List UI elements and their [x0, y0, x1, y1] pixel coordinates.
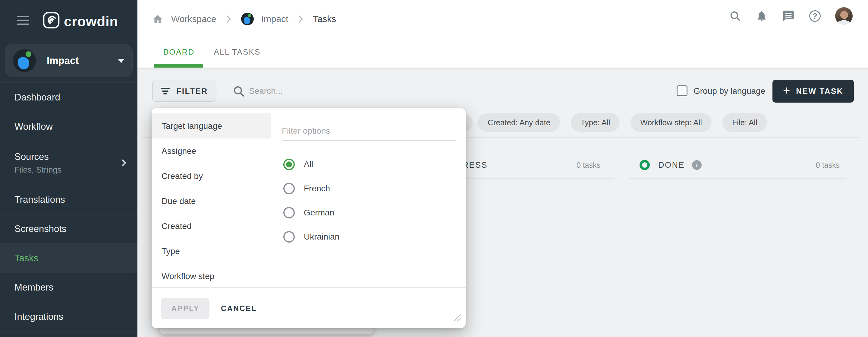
- header-actions: ?: [729, 7, 852, 25]
- tab-all-tasks[interactable]: ALL TASKS: [204, 36, 270, 67]
- filter-button[interactable]: FILTER: [152, 81, 216, 102]
- group-by-language-checkbox[interactable]: [677, 85, 687, 96]
- sidebar-item-screenshots[interactable]: Screenshots: [0, 214, 137, 243]
- column-label: DONE: [658, 161, 685, 170]
- sidebar: crowdin Impact Dashboard Workflow Source…: [0, 0, 137, 337]
- breadcrumb-workspace[interactable]: Workspace: [171, 14, 216, 24]
- project-name: Impact: [47, 55, 79, 66]
- cancel-button[interactable]: CANCEL: [221, 298, 257, 319]
- sidebar-item-label: Members: [14, 282, 137, 293]
- tab-board[interactable]: BOARD: [154, 36, 204, 67]
- filter-popup-footer: APPLY CANCEL: [152, 287, 466, 328]
- question-glyph: ?: [812, 11, 817, 21]
- notifications-bell-icon[interactable]: [755, 10, 768, 22]
- sidebar-menu: Dashboard Workflow Sources Files, String…: [0, 82, 137, 337]
- chip-workflow-step[interactable]: Workflow step: All: [630, 113, 712, 132]
- chip-type[interactable]: Type: All: [571, 113, 620, 132]
- sidebar-item-label: Workflow: [14, 121, 137, 132]
- filter-category-created[interactable]: Created: [152, 214, 271, 238]
- column-task-count: 0 tasks: [816, 161, 840, 170]
- sidebar-item-label: Dashboard: [14, 92, 137, 103]
- sidebar-item-tasks[interactable]: Tasks: [0, 243, 137, 273]
- view-tabs: BOARD ALL TASKS: [154, 36, 270, 67]
- help-icon[interactable]: ?: [809, 10, 821, 22]
- filter-option-all[interactable]: All: [283, 152, 313, 176]
- filter-options-search-input[interactable]: [282, 122, 456, 141]
- home-icon[interactable]: [152, 13, 163, 24]
- chevron-right-icon: [225, 15, 232, 23]
- filter-category-created-by[interactable]: Created by: [152, 164, 271, 189]
- logo-text: crowdin: [64, 13, 118, 30]
- breadcrumb: Workspace Impact Tasks: [152, 9, 336, 29]
- new-task-label: NEW TASK: [796, 87, 843, 96]
- filter-button-label: FILTER: [176, 87, 208, 96]
- chip-created[interactable]: Created: Any date: [478, 113, 560, 132]
- project-selector[interactable]: Impact: [5, 44, 133, 77]
- filter-option-german[interactable]: German: [283, 201, 334, 225]
- sidebar-divider: [0, 331, 137, 337]
- active-tab-indicator: [154, 64, 203, 67]
- radio-label: French: [304, 184, 330, 193]
- resize-handle-icon[interactable]: [453, 313, 461, 324]
- chevron-down-icon: [118, 59, 124, 66]
- filter-category-list: Target language Assignee Created by Due …: [152, 108, 271, 287]
- user-avatar[interactable]: [835, 7, 852, 25]
- search-icon: [232, 85, 245, 99]
- sidebar-item-label: Sources: [14, 151, 137, 162]
- column-task-count: 0 tasks: [577, 161, 600, 170]
- messages-icon[interactable]: [782, 10, 795, 22]
- filter-popup: Target language Assignee Created by Due …: [152, 108, 466, 328]
- radio-selected-icon: [283, 159, 295, 170]
- info-icon[interactable]: i: [692, 160, 702, 170]
- sidebar-item-label: Screenshots: [14, 224, 137, 234]
- filter-category-target-language[interactable]: Target language: [152, 113, 271, 139]
- filter-chips: Created: Any date Type: All Workflow ste…: [478, 113, 767, 132]
- filter-option-french[interactable]: French: [283, 176, 330, 201]
- sidebar-item-label: Integrations: [14, 311, 137, 322]
- radio-icon: [283, 183, 295, 194]
- radio-icon: [283, 207, 295, 219]
- search-input[interactable]: [249, 81, 406, 101]
- filter-category-due-date[interactable]: Due date: [152, 189, 271, 214]
- group-by-language-label: Group by language: [693, 86, 765, 96]
- menu-icon[interactable]: [17, 16, 29, 27]
- plus-icon: +: [783, 84, 790, 96]
- breadcrumb-project[interactable]: Impact: [261, 14, 288, 24]
- filter-category-type[interactable]: Type: [152, 238, 271, 264]
- sidebar-item-integrations[interactable]: Integrations: [0, 302, 137, 331]
- filter-options-panel: All French German Ukrainian: [272, 108, 466, 287]
- status-done-icon: [640, 160, 650, 170]
- search-icon[interactable]: [729, 10, 741, 22]
- apply-button[interactable]: APPLY: [161, 298, 210, 319]
- column-done-header: DONE i 0 tasks: [629, 152, 846, 178]
- project-avatar: [13, 49, 36, 72]
- sidebar-item-label: Translations: [14, 194, 137, 205]
- tasks-board-content: FILTER Group by language + NEW TASK Crea…: [137, 67, 868, 337]
- sidebar-item-label: Tasks: [14, 253, 137, 264]
- breadcrumb-current: Tasks: [313, 14, 336, 24]
- crowdin-logo-icon[interactable]: [42, 11, 60, 30]
- filter-option-ukrainian[interactable]: Ukrainian: [283, 225, 339, 249]
- sidebar-item-dashboard[interactable]: Dashboard: [0, 82, 137, 112]
- filter-icon: [161, 86, 170, 96]
- main-area: Workspace Impact Tasks ?: [137, 0, 868, 337]
- radio-icon: [283, 231, 295, 243]
- toolbar-divider: [142, 107, 864, 107]
- chevron-right-icon: [298, 15, 304, 23]
- radio-label: All: [304, 160, 313, 169]
- crowdin-app: crowdin Impact Dashboard Workflow Source…: [0, 0, 868, 337]
- chip-file[interactable]: File: All: [722, 113, 767, 132]
- project-avatar: [241, 13, 254, 25]
- sidebar-item-sources[interactable]: Sources Files, Strings: [0, 141, 137, 185]
- sidebar-item-members[interactable]: Members: [0, 273, 137, 302]
- sidebar-item-subtitle: Files, Strings: [14, 165, 137, 175]
- radio-label: German: [304, 208, 334, 218]
- filter-category-workflow-step[interactable]: Workflow step: [152, 264, 271, 289]
- radio-label: Ukrainian: [304, 232, 339, 242]
- sidebar-item-translations[interactable]: Translations: [0, 185, 137, 214]
- sidebar-item-workflow[interactable]: Workflow: [0, 112, 137, 141]
- new-task-button[interactable]: + NEW TASK: [772, 80, 854, 103]
- filter-category-assignee[interactable]: Assignee: [152, 139, 271, 164]
